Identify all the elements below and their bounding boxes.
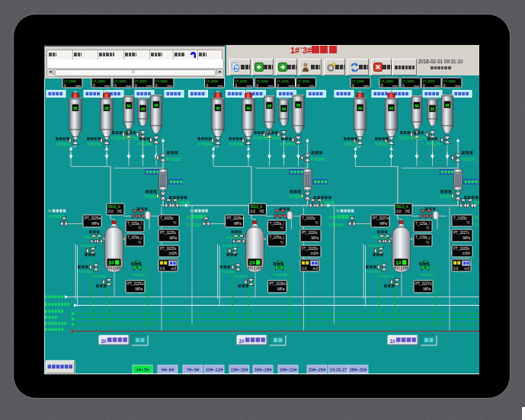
- svg-text:MPa: MPa: [170, 236, 178, 240]
- svg-text:HZ: HZ: [259, 210, 264, 213]
- svg-text:1#: 1#: [395, 260, 402, 265]
- svg-text:XY5203E: XY5203E: [56, 143, 70, 146]
- svg-text:88: 88: [358, 106, 363, 111]
- svg-text:LT_5200: LT_5200: [298, 79, 310, 83]
- svg-text:℃: ℃: [138, 241, 142, 245]
- svg-text:LT_5203: LT_5203: [235, 79, 248, 83]
- svg-text:LT_5201: LT_5201: [277, 79, 290, 83]
- svg-text:88: 88: [126, 104, 131, 108]
- svg-text:mm: mm: [268, 84, 274, 88]
- svg-text:FT_1025b: FT_1025b: [453, 247, 469, 251]
- svg-text:PT_3225c: PT_3225c: [160, 231, 177, 235]
- svg-text:1#~3#: 1#~3#: [136, 367, 149, 372]
- svg-text:mm: mm: [289, 84, 294, 88]
- svg-text:FY5227E: FY5227E: [369, 244, 383, 248]
- svg-text:T_3025c: T_3025c: [160, 216, 174, 220]
- svg-text:FY5203A: FY5203A: [187, 223, 201, 227]
- svg-text:PT_3227d: PT_3227d: [415, 282, 432, 286]
- svg-text:T_125a_l: T_125a_l: [415, 222, 430, 226]
- svg-text:XY5227K: XY5227K: [375, 143, 390, 146]
- svg-text:13#~15#: 13#~15#: [231, 367, 249, 372]
- svg-text:℃: ℃: [138, 226, 142, 230]
- svg-text:MPa: MPa: [234, 222, 242, 226]
- svg-text:PY5227C: PY5227C: [461, 158, 476, 162]
- svg-text:0.0: 0.0: [108, 210, 114, 213]
- svg-text:0.0: 0.0: [453, 267, 459, 271]
- svg-text:23#~25#: 23#~25#: [309, 367, 327, 372]
- svg-text:LT_5203: LT_5203: [93, 79, 105, 83]
- svg-text:FY5227B: FY5227B: [373, 236, 386, 239]
- svg-text:LT_5200: LT_5200: [443, 79, 456, 83]
- svg-text:FY5203D: FY5203D: [78, 270, 92, 274]
- svg-text:LT_5202: LT_5202: [257, 79, 269, 83]
- svg-text:PY5203A: PY5203A: [145, 195, 160, 199]
- svg-text:T_225a_l: T_225a_l: [270, 222, 284, 226]
- svg-text:PY5204C: PY5204C: [311, 158, 326, 162]
- svg-text:T_125a_j: T_125a_j: [415, 236, 430, 239]
- svg-text:TY5204C: TY5204C: [234, 274, 248, 278]
- svg-text:mm: mm: [414, 84, 419, 88]
- svg-text:88: 88: [296, 103, 301, 107]
- svg-text:N2: N2: [475, 216, 479, 220]
- svg-text:88: 88: [282, 107, 287, 111]
- svg-text:24,26,27: 24,26,27: [330, 367, 347, 372]
- svg-text:1#: 1#: [390, 338, 396, 344]
- svg-text:℃: ℃: [426, 241, 430, 245]
- svg-text:88: 88: [445, 103, 450, 107]
- svg-text:3#: 3#: [101, 338, 107, 344]
- svg-text:XY5203C: XY5203C: [124, 136, 139, 140]
- svg-text:FY5227D: FY5227D: [366, 270, 380, 274]
- svg-text:T_225a_j: T_225a_j: [270, 236, 284, 239]
- svg-text:mm: mm: [167, 84, 172, 88]
- svg-text:XY5203K: XY5203K: [87, 143, 102, 146]
- svg-text:LT_5204: LT_5204: [64, 79, 76, 83]
- svg-text:XY5204B: XY5204B: [253, 136, 267, 140]
- svg-text:℃: ℃: [280, 226, 283, 230]
- svg-text:PT_3227e: PT_3227e: [373, 216, 389, 220]
- svg-text:XY5203D: XY5203D: [138, 143, 153, 146]
- svg-text:N2: N2: [190, 209, 195, 213]
- svg-text:mm: mm: [126, 84, 131, 88]
- svg-text:T_2025c: T_2025c: [302, 216, 316, 220]
- svg-text:N2: N2: [48, 209, 53, 213]
- svg-text:mm: mm: [392, 84, 398, 88]
- svg-text:MPa: MPa: [463, 236, 471, 240]
- svg-text:XY5204D: XY5204D: [280, 143, 296, 146]
- svg-text:LT_5202: LT_5202: [114, 79, 126, 83]
- svg-text:88: 88: [267, 104, 272, 108]
- svg-text:19#~21#: 19#~21#: [280, 367, 298, 372]
- svg-text:MPa: MPa: [380, 222, 388, 226]
- svg-text:T_1025c: T_1025c: [453, 216, 468, 220]
- svg-text:FY5203B: FY5203B: [85, 236, 98, 239]
- svg-text:LT_5201: LT_5201: [135, 79, 147, 83]
- svg-text:mm: mm: [218, 84, 223, 88]
- svg-text:XY5204K: XY5204K: [229, 143, 245, 146]
- svg-text:PT_3227c: PT_3227c: [453, 231, 470, 235]
- svg-text:FY5227A: FY5227A: [475, 223, 479, 227]
- svg-text:mm: mm: [247, 84, 252, 88]
- svg-text:TY5203B: TY5203B: [131, 273, 145, 277]
- svg-text:HZ: HZ: [405, 210, 410, 213]
- svg-text:FT_3025b: FT_3025b: [160, 247, 176, 251]
- svg-text:LT_5204: LT_5204: [352, 79, 364, 83]
- svg-text:10#~12#: 10#~12#: [206, 367, 224, 372]
- svg-text:XY5227E: XY5227E: [344, 143, 358, 146]
- svg-text:PY5203C: PY5203C: [166, 158, 181, 162]
- svg-text:MPa: MPa: [277, 287, 285, 291]
- svg-text:℃: ℃: [426, 226, 430, 230]
- svg-text:℃: ℃: [315, 221, 319, 225]
- svg-text:4#~6#: 4#~6#: [162, 367, 174, 372]
- svg-text:mm: mm: [146, 84, 152, 88]
- svg-text:N2: N2: [336, 209, 341, 213]
- svg-text:TY5227C: TY5227C: [379, 274, 394, 278]
- svg-text:PT_3226d: PT_3226d: [270, 282, 287, 286]
- svg-text:XY5204E: XY5204E: [198, 143, 213, 146]
- svg-text:FY5204E: FY5204E: [223, 244, 237, 248]
- svg-text:mm: mm: [455, 84, 460, 88]
- svg-text:XY5227B: XY5227B: [399, 136, 413, 140]
- svg-text:0.0: 0.0: [302, 267, 307, 271]
- svg-text:FT_2025b: FT_2025b: [302, 247, 318, 251]
- svg-text:LT_5202: LT_5202: [402, 79, 415, 83]
- svg-text:88: 88: [389, 106, 394, 111]
- svg-text:m3: m3: [313, 267, 319, 271]
